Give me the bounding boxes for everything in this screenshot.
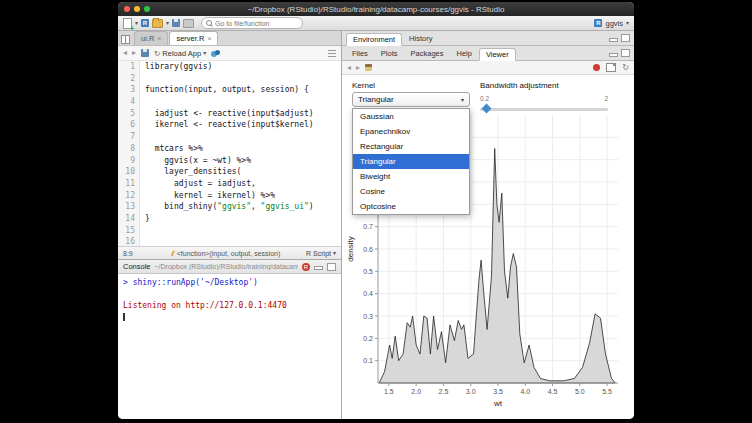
cursor-position[interactable]: 8:9 [123, 250, 133, 257]
back-icon[interactable]: ◂ [123, 49, 127, 57]
code-area[interactable]: 1library(ggvis)23function(input, output,… [118, 61, 341, 246]
goto-file-input[interactable] [215, 20, 298, 27]
reload-app-button[interactable]: ↻ Reload App ▾ [154, 49, 206, 58]
environment-pane-header: EnvironmentHistory [342, 31, 634, 46]
close-window-button[interactable] [124, 6, 130, 12]
code-line[interactable]: 6 ikernel <- reactive(input$kernel) [118, 119, 341, 131]
console-header: Console ~/Dropbox (RStudio)/RStudio/trai… [118, 260, 341, 274]
reload-icon: ↻ [154, 49, 160, 58]
code-line[interactable]: 3function(input, output, session) { [118, 84, 341, 96]
y-tick-label: 0.7 [363, 223, 373, 230]
reload-caret-icon[interactable]: ▾ [203, 50, 206, 56]
new-project-button[interactable]: R [141, 19, 149, 28]
console-output[interactable]: > shiny::runApp('~/Desktop') Listening o… [118, 274, 341, 419]
open-recent-caret-icon[interactable]: ▾ [166, 20, 169, 26]
print-button[interactable] [183, 19, 194, 28]
line-number: 1 [118, 61, 140, 73]
code-line[interactable]: 2 [118, 73, 341, 85]
code-line[interactable]: 8 mtcars %>% [118, 143, 341, 155]
tab-history[interactable]: History [403, 32, 438, 45]
y-axis-label: density [346, 236, 355, 261]
kernel-option-biweight[interactable]: Biweight [353, 169, 469, 184]
code-line[interactable]: 12 kernel = ikernel) %>% [118, 190, 341, 202]
viewer-back-icon[interactable]: ◂ [347, 64, 351, 72]
code-text: bind_shiny("ggvis", "ggvis_ui") [140, 201, 314, 213]
filetype-selector[interactable]: R Script ▾ [306, 250, 336, 257]
maximize-console-button[interactable] [327, 263, 336, 271]
viewer-forward-icon[interactable]: ▸ [356, 64, 360, 72]
kernel-select[interactable]: Triangular ▾ [352, 92, 470, 107]
minimize-console-button[interactable] [314, 266, 323, 270]
scope-selector[interactable]: f <function>(input, output, session) [171, 249, 302, 258]
project-menu-button[interactable]: R ggvis ▾ [594, 19, 629, 28]
document-outline-icon[interactable] [328, 50, 336, 57]
code-line[interactable]: 11 adjust = iadjust, [118, 178, 341, 190]
code-line[interactable]: 1library(ggvis) [118, 61, 341, 73]
code-line[interactable]: 5 iadjust <- reactive(input$adjust) [118, 108, 341, 120]
search-icon [206, 20, 212, 26]
code-line[interactable]: 7 [118, 131, 341, 143]
console-line: > shiny::runApp('~/Desktop') [123, 277, 336, 289]
editor-tab-ui.R[interactable]: ui.R× [134, 31, 168, 45]
zoom-window-button[interactable] [144, 6, 150, 12]
x-tick-label: 2.0 [411, 388, 421, 395]
close-tab-icon[interactable]: × [157, 35, 161, 42]
code-text: library(ggvis) [140, 61, 212, 73]
refresh-viewer-icon[interactable]: ↻ [622, 64, 629, 72]
kernel-option-triangular[interactable]: Triangular [353, 154, 469, 169]
forward-icon[interactable]: ▸ [132, 49, 136, 57]
minimize-environment-button[interactable] [609, 38, 618, 42]
console-title[interactable]: Console [123, 262, 151, 271]
new-file-caret-icon[interactable]: ▾ [135, 20, 138, 26]
close-tab-icon[interactable]: × [207, 35, 211, 42]
tab-packages[interactable]: Packages [405, 47, 450, 60]
x-axis-label: wt [493, 399, 503, 408]
source-editor-pane: ui.R×server.R× ◂ ▸ ↻ Reload App ▾ 1libra… [118, 31, 341, 260]
kernel-option-cosine[interactable]: Cosine [353, 184, 469, 199]
show-file-list-icon[interactable] [121, 35, 130, 44]
publish-icon[interactable] [211, 50, 220, 57]
editor-tab-server.R[interactable]: server.R× [169, 31, 218, 45]
viewer-pane-header: FilesPlotsPackagesHelpViewer [342, 46, 634, 61]
code-line[interactable]: 13 bind_shiny("ggvis", "ggvis_ui") [118, 201, 341, 213]
kernel-option-epanechnikov[interactable]: Epanechnikov [353, 124, 469, 139]
minimize-window-button[interactable] [134, 6, 140, 12]
open-in-new-window-icon[interactable] [606, 63, 616, 72]
kernel-option-gaussian[interactable]: Gaussian [353, 109, 469, 124]
code-line[interactable]: 14} [118, 213, 341, 225]
code-line[interactable]: 4 [118, 96, 341, 108]
code-text: ggvis(x = ~wt) %>% [140, 155, 251, 167]
code-line[interactable]: 9 ggvis(x = ~wt) %>% [118, 155, 341, 167]
project-name: ggvis [605, 19, 623, 28]
viewer-toolbar: ◂ ▸ ↻ [342, 61, 634, 75]
code-text: } [140, 213, 150, 225]
maximize-viewer-button[interactable] [621, 49, 630, 57]
r-project-icon: R [141, 19, 149, 27]
tab-viewer[interactable]: Viewer [479, 48, 516, 61]
kernel-option-optcosine[interactable]: Optcosine [353, 199, 469, 214]
minimize-viewer-button[interactable] [609, 53, 618, 57]
code-line[interactable]: 15 [118, 225, 341, 237]
line-number: 8 [118, 143, 140, 155]
save-button[interactable] [172, 19, 180, 28]
save-file-icon[interactable] [141, 49, 149, 57]
new-file-button[interactable] [123, 19, 132, 28]
kernel-option-rectangular[interactable]: Rectangular [353, 139, 469, 154]
line-number: 6 [118, 119, 140, 131]
titlebar[interactable]: ~/Dropbox (RStudio)/RStudio/training/dat… [118, 2, 634, 16]
slider-min-label: 0.2 [480, 95, 489, 102]
goto-file-search[interactable] [201, 17, 303, 29]
tab-help[interactable]: Help [450, 47, 477, 60]
y-tick-label: 0.2 [363, 335, 373, 342]
open-file-button[interactable] [152, 19, 163, 28]
stop-app-icon[interactable] [593, 64, 600, 71]
code-line[interactable]: 16 [118, 236, 341, 246]
save-icon [172, 19, 180, 27]
code-text: layer_densities( [140, 166, 241, 178]
code-line[interactable]: 10 layer_densities( [118, 166, 341, 178]
clear-viewer-icon[interactable] [365, 64, 372, 71]
tab-environment[interactable]: Environment [346, 33, 402, 46]
tab-plots[interactable]: Plots [375, 47, 404, 60]
tab-files[interactable]: Files [346, 47, 374, 60]
maximize-environment-button[interactable] [621, 34, 630, 42]
